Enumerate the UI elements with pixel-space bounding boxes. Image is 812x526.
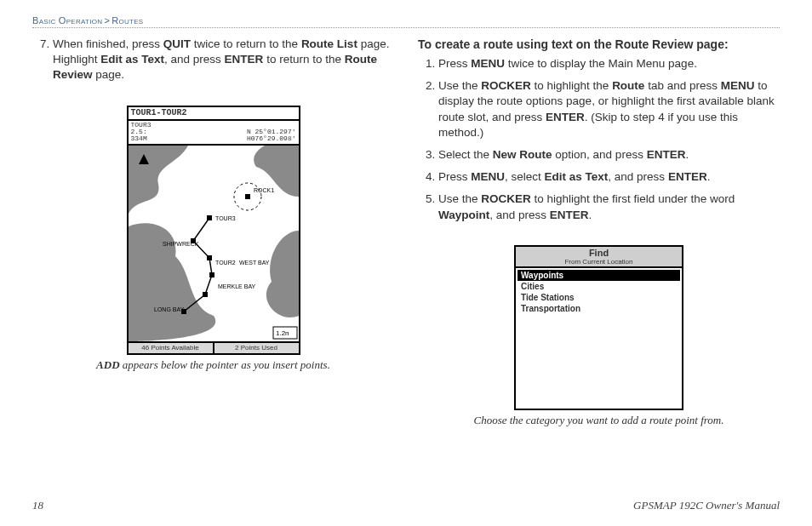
foot-left: 46 Points Available bbox=[129, 343, 213, 353]
left-column: When finished, press QUIT twice to retur… bbox=[32, 37, 394, 427]
find-title: Find bbox=[516, 248, 682, 258]
label-tour2: TOUR2 bbox=[215, 260, 236, 266]
right-figure: Find From Current Location Waypoints Cit… bbox=[418, 245, 780, 427]
right-heading: To create a route using text on the Rout… bbox=[418, 37, 780, 53]
page-number: 18 bbox=[32, 499, 43, 512]
right-caption: Choose the category you want to add a ro… bbox=[418, 414, 780, 427]
right-column: To create a route using text on the Rout… bbox=[418, 37, 780, 427]
svg-rect-1 bbox=[207, 215, 212, 220]
label-rock1: ROCK1 bbox=[254, 187, 274, 193]
svg-rect-7 bbox=[245, 194, 250, 199]
right-step-3: Select the New Route option, and press E… bbox=[438, 147, 780, 163]
right-step-4: Press MENU, select Edit as Text, and pre… bbox=[438, 169, 780, 185]
right-step-5: Use the ROCKER to highlight the first fi… bbox=[438, 192, 780, 222]
label-merklebay: MERKLE BAY bbox=[218, 283, 256, 289]
label-westbay: WEST BAY bbox=[239, 260, 270, 266]
find-list: Waypoints Cities Tide Stations Transport… bbox=[516, 268, 682, 316]
right-step-2: Use the ROCKER to highlight the Route ta… bbox=[438, 78, 780, 140]
map-svg: ROCK1 TOUR3 SHIPWRECK bbox=[129, 146, 299, 341]
right-step-1: Press MENU twice to display the Main Men… bbox=[438, 56, 780, 71]
page-footer: 18 GPSMAP 192C Owner's Manual bbox=[32, 499, 780, 512]
find-subtitle: From Current Location bbox=[516, 258, 682, 266]
find-device: Find From Current Location Waypoints Cit… bbox=[514, 245, 683, 410]
list-item-transport[interactable]: Transportation bbox=[518, 303, 680, 314]
left-caption: ADD appears below the pointer as you ins… bbox=[32, 358, 394, 372]
breadcrumb: Basic Operation>Routes bbox=[32, 15, 780, 26]
svg-rect-4 bbox=[209, 272, 214, 277]
foot-right: 2 Points Used bbox=[213, 343, 299, 353]
manual-title: GPSMAP 192C Owner's Manual bbox=[633, 499, 780, 512]
list-item-cities[interactable]: Cities bbox=[518, 281, 680, 292]
left-figure: TOUR1-TOUR2 TOUR3 2.5: 334M N 25°01.297'… bbox=[32, 106, 394, 372]
svg-rect-3 bbox=[207, 255, 212, 260]
label-tour3: TOUR3 bbox=[215, 215, 236, 221]
map-device: TOUR1-TOUR2 TOUR3 2.5: 334M N 25°01.297'… bbox=[127, 106, 300, 355]
label-scale: 1.2n bbox=[276, 329, 289, 337]
breadcrumb-b: Routes bbox=[112, 15, 143, 26]
list-item-tide[interactable]: Tide Stations bbox=[518, 292, 680, 303]
device-title: TOUR1-TOUR2 bbox=[129, 107, 299, 121]
label-shipwreck: SHIPWRECK bbox=[163, 241, 199, 247]
breadcrumb-a: Basic Operation bbox=[32, 15, 102, 26]
list-item-waypoints[interactable]: Waypoints bbox=[518, 270, 680, 281]
label-longbay: LONG BAY bbox=[154, 306, 185, 312]
svg-rect-5 bbox=[203, 292, 208, 297]
device-subbar: TOUR3 2.5: 334M N 25°01.297' H076°29.098… bbox=[129, 121, 299, 146]
divider bbox=[32, 27, 780, 28]
left-step-7: When finished, press QUIT twice to retur… bbox=[53, 37, 394, 83]
